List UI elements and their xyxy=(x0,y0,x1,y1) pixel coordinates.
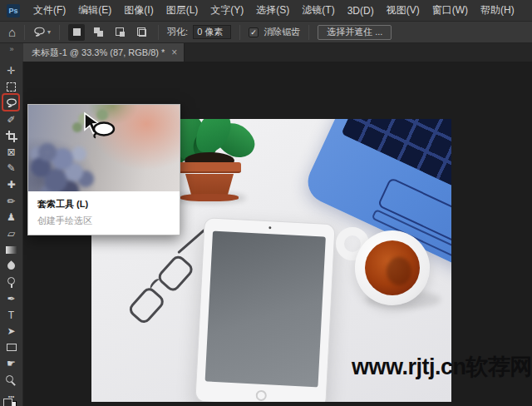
eyedropper-tool[interactable]: ✎ xyxy=(0,161,23,177)
separator xyxy=(239,25,240,40)
lasso-cursor-icon xyxy=(80,111,120,145)
gradient-icon xyxy=(6,246,17,254)
toolbar-collapse-icon[interactable]: » xyxy=(0,43,23,62)
menu-view[interactable]: 视图(V) xyxy=(383,3,423,17)
menu-file[interactable]: 文件(F) xyxy=(30,3,69,17)
menu-filter[interactable]: 滤镜(T) xyxy=(298,3,337,17)
rectangle-icon xyxy=(7,344,17,351)
intersect-selection-icon xyxy=(137,27,146,37)
workspace: ✛ ✐ ⊠ ✎ ✚ ✏ ♟ ▱ ✒ T ➤ ☛ ••• xyxy=(0,62,532,406)
lasso-tool[interactable] xyxy=(0,95,23,111)
tooltip-text-area: 套索工具 (L) 创建手绘选区 xyxy=(28,191,180,235)
path-selection-tool[interactable]: ➤ xyxy=(0,324,23,340)
separator xyxy=(158,25,159,40)
photo-tablet-home-button xyxy=(255,390,267,402)
tab-close-icon[interactable]: × xyxy=(171,47,177,57)
dodge-icon xyxy=(7,277,15,285)
photo-mug xyxy=(355,230,430,305)
zoom-tool[interactable] xyxy=(0,372,23,389)
frame-tool[interactable]: ⊠ xyxy=(0,144,23,161)
menu-layer[interactable]: 图层(L) xyxy=(163,3,202,17)
tool-preset-picker[interactable]: ▾ xyxy=(33,26,51,38)
lasso-icon xyxy=(33,26,46,38)
lasso-tooltip: 套索工具 (L) 创建手绘选区 xyxy=(27,104,180,235)
menu-help[interactable]: 帮助(H) xyxy=(477,3,518,17)
menu-image[interactable]: 图像(I) xyxy=(121,3,156,17)
new-selection-button[interactable] xyxy=(68,24,85,41)
chevron-down-icon: ▾ xyxy=(47,28,51,36)
canvas-area[interactable]: www.rjtj.cn软荐网 套索工具 (L) 创 xyxy=(23,62,532,406)
separator xyxy=(59,25,60,40)
photoshop-window: Ps 文件(F) 编辑(E) 图像(I) 图层(L) 文字(Y) 选择(S) 滤… xyxy=(0,0,532,406)
new-selection-icon xyxy=(73,28,81,36)
dodge-tool[interactable] xyxy=(0,275,23,291)
photo-glasses-lens xyxy=(126,285,166,326)
eraser-tool[interactable]: ▱ xyxy=(0,225,23,242)
water-drop-icon xyxy=(6,261,17,272)
crop-tool[interactable] xyxy=(0,127,23,144)
crop-icon xyxy=(6,131,17,141)
menu-window[interactable]: 窗口(W) xyxy=(429,3,471,17)
separator xyxy=(308,25,309,40)
antialias-checkbox[interactable]: ✓ xyxy=(249,27,259,37)
tool-options-bar: ⌂ ▾ 羽化: ✓ 消除锯齿 选择并遮住 ... xyxy=(0,22,532,43)
document-tab[interactable]: 未标题-1 @ 33.3% (87, RGB/8) * × xyxy=(23,43,185,62)
home-icon[interactable]: ⌂ xyxy=(8,26,16,38)
watermark-text: www.rjtj.cn软荐网 xyxy=(352,352,532,382)
marquee-icon xyxy=(7,82,16,92)
document-tab-title: 未标题-1 @ 33.3% (87, RGB/8) * xyxy=(32,47,165,59)
blur-tool[interactable] xyxy=(0,258,23,275)
separator xyxy=(24,25,25,40)
subtract-selection-icon xyxy=(116,27,125,37)
rectangle-tool[interactable] xyxy=(0,339,23,356)
healing-brush-tool[interactable]: ✚ xyxy=(0,176,23,193)
intersect-selection-button[interactable] xyxy=(133,24,150,41)
document-tab-bar: » 未标题-1 @ 33.3% (87, RGB/8) * × xyxy=(0,43,532,62)
menu-3d[interactable]: 3D(D) xyxy=(344,5,377,17)
select-and-mask-button[interactable]: 选择并遮住 ... xyxy=(318,25,392,40)
tooltip-flowers xyxy=(47,151,48,153)
add-to-selection-button[interactable] xyxy=(90,24,106,41)
hand-tool[interactable]: ☛ xyxy=(0,356,23,373)
brush-tool[interactable]: ✏ xyxy=(0,193,23,210)
menu-select[interactable]: 选择(S) xyxy=(253,3,293,17)
menu-edit[interactable]: 编辑(E) xyxy=(75,3,115,17)
feather-label: 羽化: xyxy=(167,26,188,38)
menu-type[interactable]: 文字(Y) xyxy=(207,3,247,17)
menu-bar: Ps 文件(F) 编辑(E) 图像(I) 图层(L) 文字(Y) 选择(S) 滤… xyxy=(0,0,532,22)
marquee-tool[interactable] xyxy=(0,79,23,96)
foreground-background-swatches[interactable] xyxy=(3,399,17,406)
photo-tablet-screen xyxy=(205,231,326,388)
photo-plant-saucer xyxy=(180,194,239,201)
tooltip-description: 创建手绘选区 xyxy=(37,215,170,227)
photo-glasses-lens xyxy=(155,253,195,294)
photoshop-logo-icon: Ps xyxy=(7,4,20,17)
add-selection-icon xyxy=(94,27,103,37)
quick-selection-tool[interactable]: ✐ xyxy=(0,111,23,128)
tooltip-preview-image xyxy=(28,105,180,191)
subtract-from-selection-button[interactable] xyxy=(111,24,128,41)
photo-tablet-camera xyxy=(268,226,271,229)
feather-input[interactable] xyxy=(193,25,231,39)
tools-panel: ✛ ✐ ⊠ ✎ ✚ ✏ ♟ ▱ ✒ T ➤ ☛ ••• xyxy=(0,62,23,406)
gradient-tool[interactable] xyxy=(0,242,23,259)
lasso-icon xyxy=(5,97,18,109)
move-tool[interactable]: ✛ xyxy=(0,62,23,79)
antialias-label: 消除锯齿 xyxy=(264,26,300,38)
photo-tablet xyxy=(195,217,335,402)
photo-plant-pot xyxy=(178,162,241,173)
pen-tool[interactable]: ✒ xyxy=(0,290,23,307)
photo-tea xyxy=(365,240,420,295)
type-tool[interactable]: T xyxy=(0,307,23,324)
tooltip-title: 套索工具 (L) xyxy=(37,198,170,210)
clone-stamp-tool[interactable]: ♟ xyxy=(0,209,23,225)
magnifier-icon xyxy=(6,375,13,383)
